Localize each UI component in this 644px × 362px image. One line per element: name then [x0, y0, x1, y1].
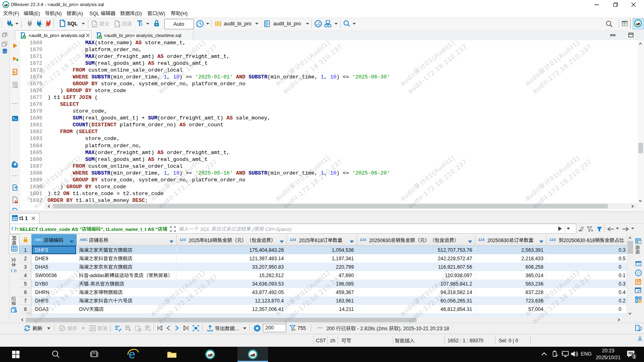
svg-text:T: T: [15, 269, 17, 273]
svg-text:T: T: [16, 226, 19, 231]
svg-text:1: 1: [633, 354, 636, 360]
